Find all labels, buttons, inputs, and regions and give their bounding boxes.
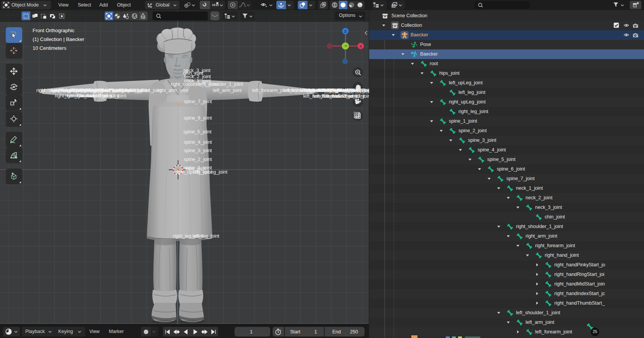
svg-text:-Y: -Y	[344, 44, 347, 48]
svg-text:Z: Z	[344, 29, 347, 33]
svg-text:X: X	[360, 44, 362, 48]
